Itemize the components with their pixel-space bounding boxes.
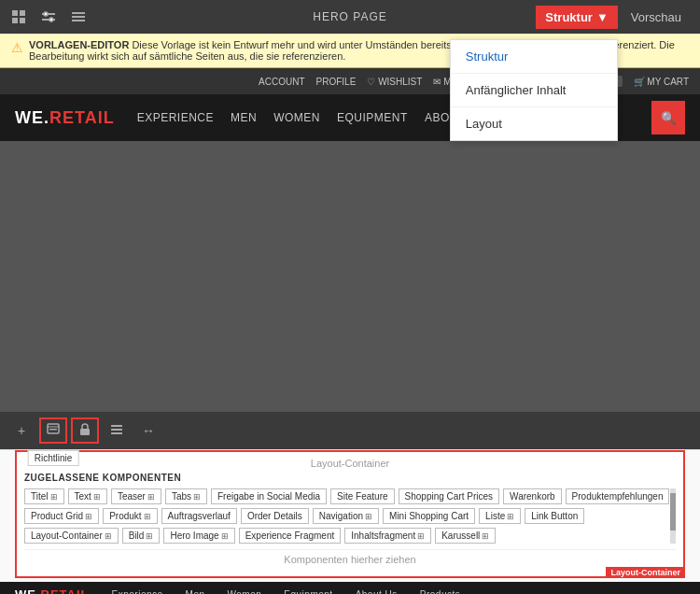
tag-link-button[interactable]: Link Button <box>525 508 584 524</box>
allowed-components-title: ZUGELASSENE KOMPONENTEN <box>24 473 676 483</box>
nav-experience[interactable]: EXPERIENCE <box>137 111 214 124</box>
footer-nav-men[interactable]: Men <box>186 589 205 595</box>
svg-point-6 <box>44 12 48 16</box>
scroll-indicator <box>670 488 676 544</box>
nav-profile[interactable]: PROFILE <box>316 77 357 87</box>
policy-button[interactable]: Richtlinie <box>39 417 67 444</box>
footer-nav-experience[interactable]: Experience <box>112 589 163 595</box>
tag-icon: ⊞ <box>146 531 153 541</box>
tag-icon: ⊞ <box>93 492 101 502</box>
tag-auftragsverlauf[interactable]: Auftragsverlauf <box>161 508 237 524</box>
tag-mini-shopping-cart[interactable]: Mini Shopping Cart <box>383 508 475 524</box>
site-logo: WE.RETAIL <box>15 108 115 128</box>
struktur-dropdown: Struktur Anfänglicher Inhalt Layout <box>450 39 618 141</box>
tag-shopping-cart-prices[interactable]: Shopping Cart Prices <box>399 488 500 504</box>
svg-point-7 <box>49 18 53 21</box>
components-panel: Layout-Container ZUGELASSENE KOMPONENTEN… <box>15 450 685 578</box>
hero-area <box>0 141 700 412</box>
lock-button[interactable] <box>71 417 99 444</box>
layers-icon[interactable] <box>69 7 88 26</box>
tag-hero-image[interactable]: Hero Image⊞ <box>163 528 234 544</box>
tag-inhaltsfragment[interactable]: Inhaltsfragment⊞ <box>344 528 431 544</box>
scroll-thumb[interactable] <box>670 493 676 530</box>
toolbar-right: Struktur ▼ Struktur Anfänglicher Inhalt … <box>536 6 691 29</box>
tag-icon: ⊞ <box>482 531 489 541</box>
dropdown-item-layout[interactable]: Layout <box>451 107 617 140</box>
struktur-button[interactable]: Struktur ▼ <box>536 6 617 29</box>
warning-icon: ⚠ <box>11 40 23 55</box>
tag-icon: ⊞ <box>85 512 92 521</box>
sliders-icon[interactable] <box>39 7 58 26</box>
page-title: HERO PAGE <box>313 10 386 23</box>
svg-rect-3 <box>20 18 25 23</box>
tag-titel[interactable]: Titel⊞ <box>24 488 64 504</box>
add-button[interactable]: + <box>7 417 35 444</box>
tag-icon: ⊞ <box>221 531 229 541</box>
tag-text[interactable]: Text⊞ <box>68 488 107 504</box>
resize-icon: ↔ <box>142 423 155 438</box>
footer-nav-equipment[interactable]: Equipment <box>284 589 332 595</box>
tag-icon: ⊞ <box>144 512 151 521</box>
nav-men[interactable]: MEN <box>231 111 257 124</box>
footer-nav-about-us[interactable]: About Us <box>356 589 398 595</box>
svg-rect-15 <box>111 425 122 427</box>
grid-icon[interactable] <box>9 7 28 26</box>
components-scroll[interactable]: Titel⊞ Text⊞ Teaser⊞ Tabs⊞ Freigabe in S… <box>24 488 676 544</box>
nav-account[interactable]: ACCOUNT <box>259 77 304 87</box>
list-button[interactable] <box>103 417 131 444</box>
toolbar-left <box>9 7 88 26</box>
resize-button[interactable]: ↔ <box>134 417 162 444</box>
tag-icon: ⊞ <box>417 531 425 541</box>
nav-wishlist[interactable]: ♡ WISHLIST <box>367 77 422 87</box>
dropdown-item-struktur[interactable]: Struktur <box>451 40 617 74</box>
tag-produktempfehlungen[interactable]: Produktempfehlungen <box>566 488 670 504</box>
footer-nav-products[interactable]: Products <box>420 589 460 595</box>
search-button[interactable]: 🔍 <box>651 101 685 134</box>
nav-equipment[interactable]: EQUIPMENT <box>337 111 408 124</box>
tag-product-grid[interactable]: Product Grid⊞ <box>24 508 99 524</box>
svg-rect-10 <box>72 20 85 21</box>
tag-karussell[interactable]: Karussell⊞ <box>435 528 496 544</box>
tag-icon: ⊞ <box>147 492 155 502</box>
tag-site-feature[interactable]: Site Feature <box>330 488 394 504</box>
lock-icon <box>79 423 91 439</box>
footer-nav-women[interactable]: Women <box>228 589 262 595</box>
policy-icon <box>47 423 60 439</box>
nav-women[interactable]: WOMEN <box>273 111 320 124</box>
tag-tabs[interactable]: Tabs⊞ <box>165 488 207 504</box>
tag-teaser[interactable]: Teaser⊞ <box>111 488 161 504</box>
tag-icon: ⊞ <box>507 512 514 521</box>
drag-zone: Komponenten hierher ziehen <box>24 549 676 569</box>
tag-navigation[interactable]: Navigation⊞ <box>313 508 379 524</box>
list-icon <box>110 423 123 439</box>
tag-produkt[interactable]: Produkt⊞ <box>103 508 157 524</box>
warning-prefix: VORLAGEN-EDITOR <box>29 39 129 50</box>
tag-icon: ⊞ <box>365 512 372 521</box>
bottom-toolbar: + Richtlinie ↔ <box>0 412 700 449</box>
svg-rect-14 <box>80 429 90 435</box>
dropdown-item-anfaenglicher[interactable]: Anfänglicher Inhalt <box>451 74 617 107</box>
svg-rect-17 <box>111 432 122 434</box>
component-tags: Titel⊞ Text⊞ Teaser⊞ Tabs⊞ Freigabe in S… <box>24 488 676 544</box>
svg-rect-2 <box>12 18 18 23</box>
vorschau-button[interactable]: Vorschau <box>622 6 691 29</box>
chevron-down-icon: ▼ <box>596 10 609 24</box>
tag-icon: ⊞ <box>193 492 201 502</box>
tag-icon: ⊞ <box>105 531 112 541</box>
site-footer-preview: WE.RETAIL Experience Men Women Equipment… <box>0 582 700 594</box>
tag-experience-fragment[interactable]: Experience Fragment <box>239 528 342 544</box>
tag-social[interactable]: Freigabe in Social Media <box>211 488 327 504</box>
tag-order-details[interactable]: Order Details <box>241 508 309 524</box>
svg-rect-13 <box>49 429 57 431</box>
svg-rect-9 <box>72 16 85 18</box>
search-icon: 🔍 <box>661 111 677 125</box>
svg-rect-1 <box>20 10 25 16</box>
top-toolbar: HERO PAGE Struktur ▼ Struktur Anfänglich… <box>0 0 700 34</box>
tag-liste[interactable]: Liste⊞ <box>479 508 521 524</box>
svg-rect-16 <box>111 429 122 431</box>
nav-cart[interactable]: 🛒 MY CART <box>634 77 689 87</box>
tag-warenkorb[interactable]: Warenkorb <box>503 488 562 504</box>
components-panel-wrapper: Layout-Container ZUGELASSENE KOMPONENTEN… <box>0 449 700 582</box>
tag-layout-container[interactable]: Layout-Container⊞ <box>24 528 119 544</box>
tag-bild[interactable]: Bild⊞ <box>122 528 161 544</box>
